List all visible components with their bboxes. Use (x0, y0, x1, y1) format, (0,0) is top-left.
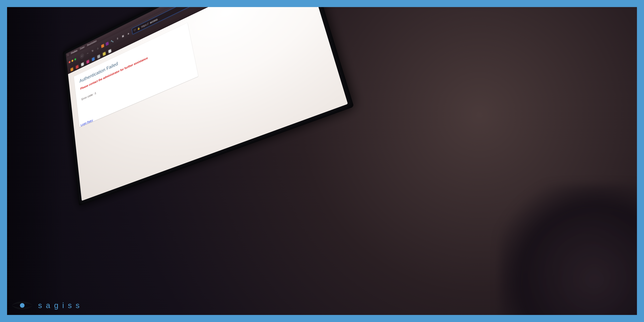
window-minimize-icon[interactable] (72, 60, 74, 62)
url-host: access (150, 18, 158, 24)
triangle-warning-icon[interactable]: ▲ (126, 30, 130, 36)
nav-forward-button[interactable]: → (86, 51, 90, 56)
window-maximize-icon[interactable] (74, 58, 76, 61)
monitor:  Firefox Datei Bearbeiten ← → (63, 7, 354, 206)
monitor-screen:  Firefox Datei Bearbeiten ← → (66, 7, 348, 201)
photo-backdrop:  Firefox Datei Bearbeiten ← → (7, 7, 637, 315)
crop-icon[interactable]: ▣ (121, 33, 125, 39)
url-scheme: https:// (141, 22, 149, 28)
tracking-shield-icon[interactable]: 🛡 (134, 28, 136, 32)
bookmark-icon[interactable] (92, 57, 95, 62)
bookmark-icon[interactable] (97, 54, 100, 59)
apple-menu-icon[interactable]:  (68, 54, 69, 57)
window-controls (69, 58, 76, 64)
bookmark-icon[interactable] (70, 68, 74, 72)
bookmark-icon[interactable] (86, 60, 89, 64)
mask-icon[interactable]: ⚱ (116, 36, 120, 42)
window-close-icon[interactable] (69, 61, 70, 64)
lock-icon: 🔒 (137, 26, 140, 30)
bookmark-icon[interactable] (76, 65, 79, 69)
nav-back-button[interactable]: ← (80, 53, 84, 59)
bookmark-icon[interactable] (81, 62, 84, 66)
bookmark-icon[interactable] (108, 49, 111, 54)
reload-button[interactable]: ↻ (91, 48, 94, 54)
toolbar-icon[interactable] (106, 42, 109, 46)
bookmark-icon[interactable] (103, 52, 106, 56)
toolbar-icon[interactable] (101, 44, 104, 48)
wrench-icon[interactable]: 🔧 (110, 39, 114, 44)
